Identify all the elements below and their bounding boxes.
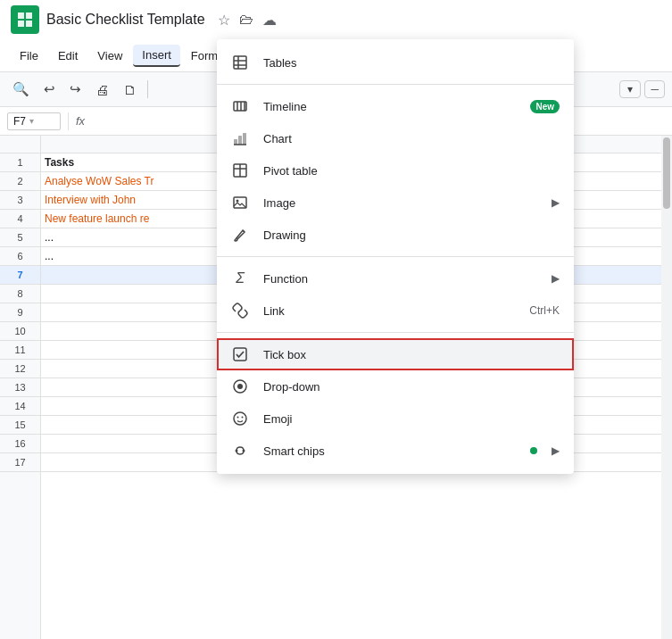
tickbox-icon — [231, 345, 249, 363]
menu-divider-1 — [217, 84, 574, 85]
formula-separator — [68, 112, 69, 130]
title-bar: Basic Checklist Template ☆ 🗁 ☁ — [0, 0, 672, 39]
row-num-15: 15 — [0, 416, 40, 435]
link-label: Link — [263, 304, 515, 318]
row-num-10: 10 — [0, 322, 40, 341]
row-num-2: 2 — [0, 172, 40, 191]
redo-button[interactable]: ↪ — [64, 78, 87, 101]
scrollbar-thumb[interactable] — [663, 137, 670, 209]
menu-insert[interactable]: Insert — [133, 45, 180, 67]
menu-file[interactable]: File — [11, 46, 47, 66]
smartchips-arrow-icon: ▶ — [552, 444, 560, 457]
menu-divider-2 — [217, 256, 574, 257]
image-label: Image — [263, 196, 537, 210]
image-icon — [231, 194, 249, 212]
fx-label: fx — [76, 114, 85, 128]
smartchips-dot — [530, 447, 537, 454]
svg-point-28 — [237, 417, 239, 419]
menu-edit[interactable]: Edit — [49, 46, 87, 66]
menu-item-link[interactable]: Link Ctrl+K — [217, 295, 574, 327]
row-num-16: 16 — [0, 435, 40, 453]
menu-item-tables[interactable]: Tables — [217, 46, 574, 79]
menu-item-function[interactable]: Σ Function ▶ — [217, 262, 574, 295]
insert-dropdown-menu: Tables Timeline New Chart — [217, 39, 574, 474]
smartchips-label: Smart chips — [263, 444, 516, 458]
image-arrow-icon: ▶ — [552, 196, 560, 209]
toolbar-separator-1 — [147, 80, 148, 98]
menu-item-chart[interactable]: Chart — [217, 122, 574, 154]
dropdown-icon — [231, 378, 249, 395]
row-num-9: 9 — [0, 303, 40, 322]
document-title: Basic Checklist Template — [46, 12, 205, 28]
drawing-icon — [231, 226, 249, 244]
print-button[interactable]: 🖨 — [90, 79, 114, 101]
row-num-5: 5 — [0, 228, 40, 247]
svg-point-21 — [236, 200, 239, 203]
function-label: Function — [263, 272, 537, 286]
menu-item-pivot[interactable]: Pivot table — [217, 154, 574, 187]
star-icon[interactable]: ☆ — [218, 12, 230, 29]
pivot-label: Pivot table — [263, 164, 560, 178]
folder-icon[interactable]: 🗁 — [239, 12, 253, 28]
svg-point-31 — [243, 450, 245, 452]
svg-rect-3 — [18, 21, 24, 27]
menu-view[interactable]: View — [88, 46, 131, 66]
function-arrow-icon: ▶ — [552, 272, 560, 285]
undo-button[interactable]: ↩ — [38, 78, 61, 101]
timeline-icon — [231, 97, 249, 115]
cell-ref-dropdown-icon: ▾ — [29, 116, 34, 126]
svg-point-29 — [242, 417, 244, 419]
more-button[interactable]: ─ — [644, 80, 665, 98]
svg-rect-14 — [238, 136, 242, 145]
row-numbers: 1 2 3 4 5 6 7 8 9 10 11 12 13 14 15 16 1… — [0, 136, 41, 639]
row-num-8: 8 — [0, 285, 40, 303]
scrollbar-track[interactable] — [661, 136, 672, 639]
svg-line-22 — [243, 230, 245, 232]
link-icon — [231, 302, 249, 320]
svg-point-26 — [237, 384, 243, 389]
row-num-17: 17 — [0, 453, 40, 472]
svg-rect-4 — [26, 21, 32, 27]
menu-item-image[interactable]: Image ▶ — [217, 187, 574, 219]
svg-point-30 — [236, 450, 238, 452]
row-num-6: 6 — [0, 247, 40, 266]
svg-rect-15 — [243, 133, 246, 145]
chart-icon — [231, 129, 249, 147]
cell-reference-box[interactable]: F7 ▾ — [7, 112, 61, 130]
zoom-button[interactable]: ▾ — [619, 80, 641, 98]
tickbox-label: Tick box — [263, 348, 560, 361]
app-icon — [11, 5, 39, 34]
menu-item-dropdown[interactable]: Drop-down — [217, 370, 574, 402]
svg-rect-1 — [18, 12, 24, 19]
timeline-new-badge: New — [530, 100, 560, 113]
title-action-icons: ☆ 🗁 ☁ — [218, 12, 277, 29]
drawing-label: Drawing — [263, 228, 560, 242]
menu-item-timeline[interactable]: Timeline New — [217, 90, 574, 122]
row-num-12: 12 — [0, 360, 40, 378]
cell-reference-value: F7 — [13, 115, 26, 128]
row-num-14: 14 — [0, 397, 40, 416]
row-num-13: 13 — [0, 378, 40, 397]
menu-item-drawing[interactable]: Drawing — [217, 219, 574, 251]
menu-item-emoji[interactable]: Emoji — [217, 402, 574, 435]
svg-rect-13 — [234, 139, 237, 145]
menu-item-smartchips[interactable]: Smart chips ▶ — [217, 435, 574, 467]
chart-label: Chart — [263, 132, 560, 145]
function-icon: Σ — [231, 270, 249, 287]
row-num-7: 7 — [0, 266, 40, 285]
dropdown-label: Drop-down — [263, 380, 560, 394]
row-num-header — [0, 136, 40, 154]
link-shortcut: Ctrl+K — [529, 304, 560, 317]
cloud-icon[interactable]: ☁ — [262, 12, 277, 29]
timeline-label: Timeline — [263, 100, 516, 113]
svg-rect-24 — [234, 348, 246, 361]
svg-rect-5 — [234, 56, 246, 69]
menu-item-tickbox[interactable]: Tick box — [217, 338, 574, 370]
search-button[interactable]: 🔍 — [7, 78, 35, 101]
svg-rect-2 — [26, 12, 32, 19]
emoji-label: Emoji — [263, 412, 560, 426]
svg-line-23 — [238, 309, 242, 312]
smartchips-icon — [231, 442, 249, 460]
pivot-icon — [231, 162, 249, 179]
format-copy-button[interactable]: 🗋 — [118, 79, 142, 101]
